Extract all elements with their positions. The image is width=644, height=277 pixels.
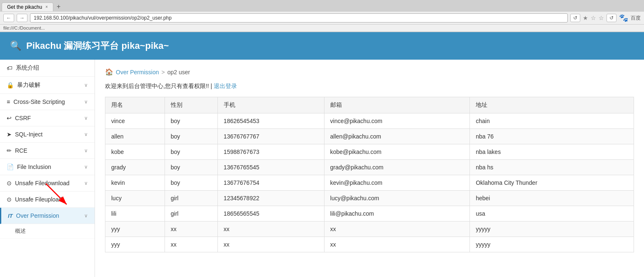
- sidebar-label-unsafedown: Unsafe Filedownload: [15, 180, 70, 186]
- cell-gender: boy: [165, 160, 217, 175]
- sidebar-item-unsafedown[interactable]: ⊙ Unsafe Filedownload ∨: [0, 175, 95, 191]
- cell-email: lucy@pikachu.com: [324, 191, 470, 206]
- table-body: vinceboy18626545453vince@pikachu.comchai…: [105, 113, 634, 252]
- breadcrumb: 🏠 Over Permission > op2 user: [105, 68, 634, 76]
- chevron-icon-unsafedown: ∨: [84, 180, 88, 186]
- new-tab-btn[interactable]: +: [53, 2, 64, 12]
- tag-icon: 🏷: [7, 65, 12, 71]
- col-header-address: 地址: [470, 97, 634, 113]
- sidebar-item-rce[interactable]: ✏ RCE ∨: [0, 143, 95, 159]
- table-row: gradyboy13676765545grady@pikachu.comnba …: [105, 160, 634, 175]
- sidebar-label-fileinclusion: File Inclusion: [17, 164, 51, 170]
- sidebar-item-csrf[interactable]: ↩ CSRF ∨: [0, 110, 95, 126]
- cell-address: Oklahoma City Thunder: [470, 175, 634, 191]
- rce-icon: ✏: [7, 147, 12, 154]
- bookmark-icon[interactable]: ★: [583, 15, 588, 21]
- sidebar-item-overperm[interactable]: IT Over Permission ∨: [0, 208, 95, 224]
- table-row: vinceboy18626545453vince@pikachu.comchai…: [105, 113, 634, 129]
- chevron-icon-rce: ∨: [84, 148, 88, 154]
- cell-phone: 13676765545: [217, 160, 324, 175]
- breadcrumb-current: op2 user: [167, 69, 190, 76]
- bookmark-icon3: ☆: [599, 15, 604, 21]
- refresh-btn[interactable]: ↺: [570, 14, 580, 22]
- cell-username: yyy: [105, 237, 165, 252]
- refresh-btn2[interactable]: ↺: [607, 14, 617, 22]
- cell-address: yyyyy: [470, 222, 634, 237]
- cell-address: chain: [470, 113, 634, 129]
- cell-address: nba 76: [470, 129, 634, 144]
- sidebar-label-csrf: CSRF: [15, 115, 31, 121]
- cell-username: grady: [105, 160, 165, 175]
- cell-email: vince@pikachu.com: [324, 113, 470, 129]
- logout-link[interactable]: 退出登录: [214, 83, 237, 89]
- table-row: liligirl18656565545lili@pikachu.comusa: [105, 206, 634, 222]
- file-icon: 📄: [7, 164, 14, 170]
- cell-username: lili: [105, 206, 165, 222]
- cell-gender: boy: [165, 175, 217, 191]
- sql-icon: ➤: [7, 131, 12, 138]
- sidebar-item-brute[interactable]: 🔒 暴力破解 ∨: [0, 77, 95, 94]
- browser-tabs: Get the pikachu × +: [0, 0, 644, 12]
- sidebar-item-unsafeup[interactable]: ⊙ Unsafe Fileupload: [0, 191, 95, 208]
- cell-phone: xx: [217, 222, 324, 237]
- cell-phone: 18626545453: [217, 113, 324, 129]
- sidebar-item-intro[interactable]: 🏷 系统介绍: [0, 60, 95, 77]
- file-bar: file:///C:/Document...: [0, 25, 644, 32]
- cell-gender: girl: [165, 206, 217, 222]
- main-content: 🏠 Over Permission > op2 user 欢迎来到后台管理中心,…: [95, 60, 644, 277]
- sidebar-label-overperm: Over Permission: [16, 212, 59, 219]
- cell-phone: 12345678922: [217, 191, 324, 206]
- cell-address: nba lakes: [470, 144, 634, 160]
- sub-overview-label: 概述: [15, 228, 26, 234]
- cell-email: kevin@pikachu.com: [324, 175, 470, 191]
- col-header-email: 邮箱: [324, 97, 470, 113]
- breadcrumb-parent[interactable]: Over Permission: [116, 69, 159, 76]
- sidebar-sub-overview[interactable]: 概述: [0, 224, 95, 239]
- csrf-icon: ↩: [7, 115, 12, 121]
- welcome-text: 欢迎来到后台管理中心,您只有查看权限!! |: [105, 83, 212, 89]
- forward-btn[interactable]: →: [17, 14, 27, 22]
- sidebar-item-sql[interactable]: ➤ SQL-Inject ∨: [0, 126, 95, 143]
- cell-email: kobe@pikachu.com: [324, 144, 470, 160]
- col-header-phone: 手机: [217, 97, 324, 113]
- sidebar-item-fileinclusion[interactable]: 📄 File Inclusion ∨: [0, 159, 95, 175]
- cell-address: yyyyy: [470, 237, 634, 252]
- cell-address: nba hs: [470, 160, 634, 175]
- address-bar[interactable]: [30, 13, 568, 23]
- tab-close-btn[interactable]: ×: [45, 5, 48, 9]
- cell-address: usa: [470, 206, 634, 222]
- table-row: allenboy13676767767allen@pikachu.comnba …: [105, 129, 634, 144]
- welcome-message: 欢迎来到后台管理中心,您只有查看权限!! | 退出登录: [105, 83, 634, 90]
- table-header-row: 用名 性别 手机 邮箱 地址: [105, 97, 634, 113]
- sidebar-label-intro: 系统介绍: [16, 64, 39, 72]
- home-icon[interactable]: 🏠: [105, 68, 113, 76]
- header-icon: 🔍: [10, 40, 21, 51]
- breadcrumb-sep: >: [161, 69, 165, 76]
- baidu-label[interactable]: 百度: [631, 15, 641, 22]
- table-row: kobeboy15988767673kobe@pikachu.comnba la…: [105, 144, 634, 160]
- sidebar: 🏷 系统介绍 🔒 暴力破解 ∨ ≡ Cross-Site Scripting ∨…: [0, 60, 95, 277]
- cell-email: xx: [324, 237, 470, 252]
- back-btn[interactable]: ←: [3, 14, 14, 22]
- table-row: lucygirl12345678922lucy@pikachu.comhebei: [105, 191, 634, 206]
- browser-nav-bar: ← → ↺ ★ ☆ ☆ ↺ 🐾 百度: [0, 12, 644, 25]
- lock-icon: 🔒: [7, 82, 14, 88]
- cell-address: hebei: [470, 191, 634, 206]
- cell-email: allen@pikachu.com: [324, 129, 470, 144]
- cell-username: yyy: [105, 222, 165, 237]
- cell-username: allen: [105, 129, 165, 144]
- cell-username: kobe: [105, 144, 165, 160]
- chevron-icon-fileinclusion: ∨: [84, 164, 88, 170]
- sidebar-label-rce: RCE: [15, 147, 27, 154]
- bookmark-icon2[interactable]: ☆: [591, 15, 596, 21]
- cell-gender: xx: [165, 237, 217, 252]
- chevron-icon-csrf: ∨: [84, 115, 88, 121]
- cell-phone: 18656565545: [217, 206, 324, 222]
- chevron-icon-sql: ∨: [84, 131, 88, 137]
- cell-phone: 15988767673: [217, 144, 324, 160]
- active-tab[interactable]: Get the pikachu ×: [2, 3, 53, 11]
- sidebar-item-xss[interactable]: ≡ Cross-Site Scripting ∨: [0, 94, 95, 110]
- cell-email: xx: [324, 222, 470, 237]
- table-row: yyyxxxxxxyyyyy: [105, 237, 634, 252]
- chevron-icon-brute: ∨: [84, 82, 88, 88]
